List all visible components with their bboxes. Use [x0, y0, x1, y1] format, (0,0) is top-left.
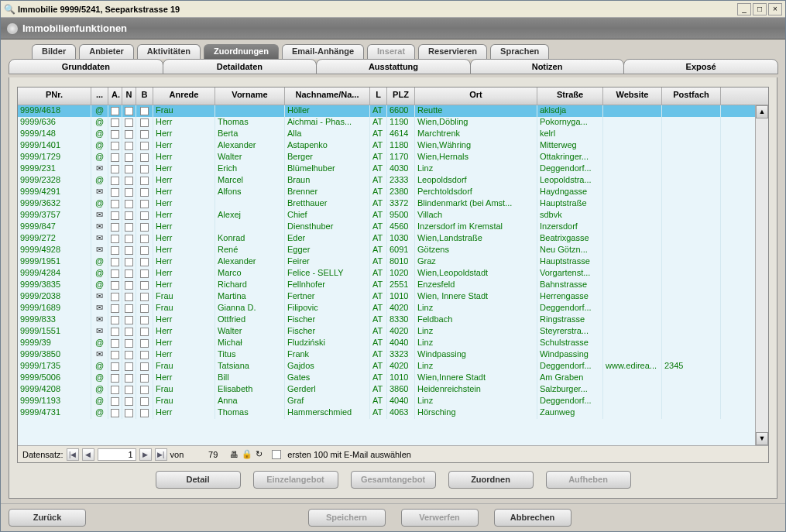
checkbox[interactable]: [125, 211, 133, 220]
table-row[interactable]: 9999/5006@HerrBillGatesAT1010Wien,Innere…: [18, 372, 755, 384]
checkbox[interactable]: [125, 397, 133, 406]
checkbox[interactable]: [125, 351, 133, 359]
record-number-input[interactable]: [98, 448, 136, 461]
table-row[interactable]: 9999/1193@FrauAnnaGrafAT4040LinzDeggendo…: [18, 396, 755, 407]
col-vorname[interactable]: Vorname: [215, 88, 285, 105]
grid-scrollbar[interactable]: ▲ ▼: [755, 105, 768, 445]
checkbox[interactable]: [140, 188, 149, 197]
checkbox[interactable]: [140, 362, 149, 371]
aufheben-button[interactable]: Aufheben: [546, 471, 631, 489]
tab-bilder[interactable]: Bilder: [32, 44, 76, 59]
checkbox[interactable]: [140, 386, 149, 394]
col-n[interactable]: N: [122, 88, 136, 105]
table-row[interactable]: 9999/1551✉HerrWalterFischerAT4020LinzSte…: [18, 326, 755, 338]
checkbox[interactable]: [125, 200, 133, 208]
checkbox[interactable]: [125, 107, 133, 115]
checkbox[interactable]: [111, 258, 119, 266]
checkbox[interactable]: [140, 235, 149, 243]
maximize-button[interactable]: □: [753, 3, 767, 15]
checkbox[interactable]: [125, 269, 133, 278]
checkbox[interactable]: [140, 316, 149, 324]
checkbox[interactable]: [125, 246, 133, 255]
detail-button[interactable]: Detail: [156, 471, 241, 489]
nav-last-button[interactable]: ▶|: [155, 448, 167, 461]
tab-inserat[interactable]: Inserat: [367, 44, 415, 59]
tab-aktivitaeten[interactable]: Aktivitäten: [137, 44, 201, 59]
table-row[interactable]: 9999/272✉HerrKonradEderAT1030Wien,Landst…: [18, 233, 755, 245]
table-row[interactable]: 9999/3835@HerrRichardFellnhoferAT2551Enz…: [18, 280, 755, 291]
checkbox[interactable]: [111, 374, 119, 383]
checkbox[interactable]: [111, 223, 119, 232]
speichern-button[interactable]: Speichern: [308, 509, 386, 527]
col-strasse[interactable]: Straße: [537, 88, 603, 105]
table-row[interactable]: 9999/3757✉HerrAlexejChiefAT9500Villachsd…: [18, 210, 755, 221]
checkbox[interactable]: [125, 409, 133, 417]
tab-grunddaten[interactable]: Grunddaten: [9, 59, 163, 74]
checkbox[interactable]: [111, 269, 119, 278]
checkbox[interactable]: [140, 293, 149, 301]
table-row[interactable]: 9999/4928✉HerrRenéEggerAT6091GötzensNeu …: [18, 245, 755, 256]
abbrechen-button[interactable]: Abbrechen: [494, 509, 571, 527]
checkbox[interactable]: [111, 153, 119, 162]
checkbox[interactable]: [140, 374, 149, 383]
checkbox[interactable]: [111, 397, 119, 406]
checkbox[interactable]: [111, 362, 119, 371]
col-pnr[interactable]: PNr.: [18, 88, 91, 105]
print-icon[interactable]: 🖶: [230, 450, 239, 459]
checkbox[interactable]: [111, 107, 119, 115]
col-nachname[interactable]: Nachname/Na...: [285, 88, 370, 105]
tab-anbieter[interactable]: Anbieter: [79, 44, 134, 59]
checkbox[interactable]: [125, 374, 133, 383]
checkbox[interactable]: [111, 339, 119, 348]
tab-sprachen[interactable]: Sprachen: [490, 44, 549, 59]
lock-icon[interactable]: 🔒: [242, 449, 252, 459]
checkbox[interactable]: [111, 409, 119, 417]
checkbox[interactable]: [140, 165, 149, 173]
checkbox[interactable]: [125, 304, 133, 313]
col-postfach[interactable]: Postfach: [662, 88, 721, 105]
tab-reservieren[interactable]: Reservieren: [418, 44, 487, 59]
checkbox[interactable]: [140, 351, 149, 359]
refresh-icon[interactable]: ↻: [256, 449, 263, 459]
checkbox[interactable]: [140, 153, 149, 162]
tab-emailanhaenge[interactable]: Email-Anhänge: [282, 44, 364, 59]
table-row[interactable]: 9999/4284@HerrMarcoFelice - SELLYAT1020W…: [18, 268, 755, 280]
checkbox[interactable]: [111, 118, 119, 127]
table-row[interactable]: 9999/4291✉HerrAlfonsBrennerAT2380Perchto…: [18, 187, 755, 198]
checkbox[interactable]: [140, 118, 149, 127]
checkbox[interactable]: [111, 351, 119, 359]
checkbox[interactable]: [111, 281, 119, 290]
checkbox[interactable]: [140, 177, 149, 185]
grid-body[interactable]: 9999/4618@FrauHöllerAT6600Reutteaklsdja9…: [18, 105, 755, 445]
zurueck-button[interactable]: Zurück: [9, 509, 86, 527]
table-row[interactable]: 9999/3850✉HerrTitusFrankAT3323Windpassin…: [18, 349, 755, 361]
checkbox[interactable]: [111, 235, 119, 243]
checkbox[interactable]: [111, 293, 119, 301]
close-button[interactable]: ×: [768, 3, 782, 15]
zuordnen-button[interactable]: Zuordnen: [448, 471, 534, 489]
table-row[interactable]: 9999/4618@FrauHöllerAT6600Reutteaklsdja: [18, 105, 755, 117]
col-l[interactable]: L: [370, 88, 387, 105]
tab-notizen[interactable]: Notizen: [470, 59, 625, 74]
checkbox[interactable]: [111, 177, 119, 185]
checkbox[interactable]: [140, 269, 149, 278]
checkbox[interactable]: [140, 281, 149, 290]
select-first-100-checkbox[interactable]: [272, 450, 281, 459]
checkbox[interactable]: [125, 142, 133, 150]
checkbox[interactable]: [125, 165, 133, 173]
table-row[interactable]: 9999/4731@HerrThomasHammerschmiedAT4063H…: [18, 407, 755, 419]
table-row[interactable]: 9999/148@HerrBertaAllaAT4614Marchtrenkke…: [18, 129, 755, 140]
einzelangebot-button[interactable]: Einzelangebot: [253, 471, 338, 489]
table-row[interactable]: 9999/1689✉FrauGianna D.FilipovicAT4020Li…: [18, 303, 755, 314]
checkbox[interactable]: [125, 177, 133, 185]
checkbox[interactable]: [125, 281, 133, 290]
checkbox[interactable]: [125, 223, 133, 232]
tab-ausstattung[interactable]: Ausstattung: [316, 59, 471, 74]
nav-first-button[interactable]: |◀: [67, 448, 79, 461]
checkbox[interactable]: [125, 258, 133, 266]
checkbox[interactable]: [125, 328, 133, 336]
checkbox[interactable]: [125, 293, 133, 301]
checkbox[interactable]: [111, 328, 119, 336]
table-row[interactable]: 9999/231✉HerrErichBlümelhuberAT4030LinzD…: [18, 163, 755, 175]
checkbox[interactable]: [111, 188, 119, 197]
